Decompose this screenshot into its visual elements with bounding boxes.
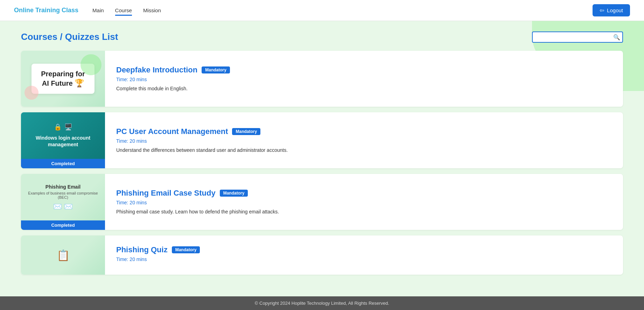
completed-bar-3: Completed — [21, 220, 105, 230]
thumb-emoji: 🏆 — [75, 79, 84, 87]
course-time-3: Time: 20 mins — [116, 200, 612, 205]
envelope-icon: ✉️ — [53, 202, 62, 211]
course-title-2: PC User Account Management — [116, 127, 228, 136]
badge-mandatory-1: Mandatory — [202, 66, 230, 73]
course-title-row-2: PC User Account Management Mandatory — [116, 127, 612, 136]
footer: © Copyright 2024 Hoplite Technology Limi… — [0, 296, 644, 310]
course-thumb-1: Preparing for AI Future 🏆 — [21, 51, 105, 107]
logout-button[interactable]: ⇦ Logout — [593, 4, 630, 16]
course-title-4: Phishing Quiz — [116, 245, 168, 254]
envelope-icon2: ✉️ — [64, 202, 73, 211]
course-title-row-1: Deepfake Introduction Mandatory — [116, 65, 612, 75]
nav-item-mission[interactable]: Mission — [143, 7, 161, 14]
nav-link-course[interactable]: Course — [115, 7, 132, 16]
search-icon: 🔍 — [613, 34, 620, 40]
course-time-4: Time: 20 mins — [116, 256, 612, 262]
logout-icon: ⇦ — [600, 7, 604, 14]
course-info-4: Phishing Quiz Mandatory Time: 20 mins — [105, 235, 623, 275]
course-info-2: PC User Account Management Mandatory Tim… — [105, 112, 623, 168]
course-card-2[interactable]: 🔒 🖥️ Windows login account management Co… — [21, 112, 623, 168]
thumb2-icons: 🔒 🖥️ — [24, 123, 102, 132]
badge-mandatory-4: Mandatory — [172, 246, 200, 253]
course-card-1[interactable]: Preparing for AI Future 🏆 Deepfake Intro… — [21, 51, 623, 107]
nav-link-main[interactable]: Main — [92, 7, 104, 15]
course-desc-2: Understand the differences between stand… — [116, 147, 612, 154]
quiz-icon: 📋 — [57, 249, 70, 261]
nav-item-course[interactable]: Course — [115, 7, 132, 14]
course-title-3: Phishing Email Case Study — [116, 189, 216, 198]
course-thumb-4: 📋 — [21, 235, 105, 275]
thumb3-content: Phishing Email Examples of business emai… — [21, 174, 105, 220]
nav-item-main[interactable]: Main — [92, 7, 104, 14]
nav-links: Main Course Mission — [92, 7, 161, 14]
course-title-row-3: Phishing Email Case Study Mandatory — [116, 189, 612, 198]
course-list: Preparing for AI Future 🏆 Deepfake Intro… — [21, 51, 623, 280]
nav-logo[interactable]: Online Training Class — [14, 7, 78, 14]
thumb3-sub: Examples of business email compromise (B… — [24, 191, 102, 199]
course-title-1: Deepfake Introduction — [116, 65, 197, 75]
thumb3-title: Phishing Email — [46, 184, 80, 190]
thumb2-content: 🔒 🖥️ Windows login account management — [21, 112, 105, 159]
search-button[interactable]: 🔍 — [613, 34, 620, 41]
course-thumb-3: Phishing Email Examples of business emai… — [21, 174, 105, 230]
course-time-2: Time: 20 mins — [116, 138, 612, 144]
deco-circle — [80, 54, 102, 75]
badge-mandatory-3: Mandatory — [220, 190, 248, 197]
navbar: Online Training Class Main Course Missio… — [0, 0, 644, 21]
course-card-3[interactable]: Phishing Email Examples of business emai… — [21, 174, 623, 230]
search-bar-wrap: 🔍 — [532, 31, 623, 43]
badge-mandatory-2: Mandatory — [232, 128, 260, 135]
thumb2-text: Windows login account management — [36, 135, 90, 148]
completed-bar-2: Completed — [21, 159, 105, 168]
course-desc-3: Phishing email case study. Learn how to … — [116, 208, 612, 216]
main-content: Courses / Quizzes List 🔍 Preparing for A… — [0, 21, 644, 301]
monitor-icon: 🖥️ — [64, 123, 72, 132]
computer-icon: 🔒 — [54, 123, 62, 132]
course-thumb-2: 🔒 🖥️ Windows login account management Co… — [21, 112, 105, 168]
footer-text: © Copyright 2024 Hoplite Technology Limi… — [255, 301, 389, 306]
course-time-1: Time: 20 mins — [116, 77, 612, 82]
course-info-1: Deepfake Introduction Mandatory Time: 20… — [105, 51, 623, 107]
nav-link-mission[interactable]: Mission — [143, 7, 161, 15]
search-input[interactable] — [532, 31, 623, 43]
course-desc-1: Complete this module in English. — [116, 85, 612, 92]
course-info-3: Phishing Email Case Study Mandatory Time… — [105, 174, 623, 230]
thumb3-icons: ✉️ ✉️ — [53, 202, 73, 211]
course-title-row-4: Phishing Quiz Mandatory — [116, 245, 612, 254]
course-card-4[interactable]: 📋 Phishing Quiz Mandatory Time: 20 mins — [21, 235, 623, 275]
deco-circle2 — [24, 86, 38, 100]
